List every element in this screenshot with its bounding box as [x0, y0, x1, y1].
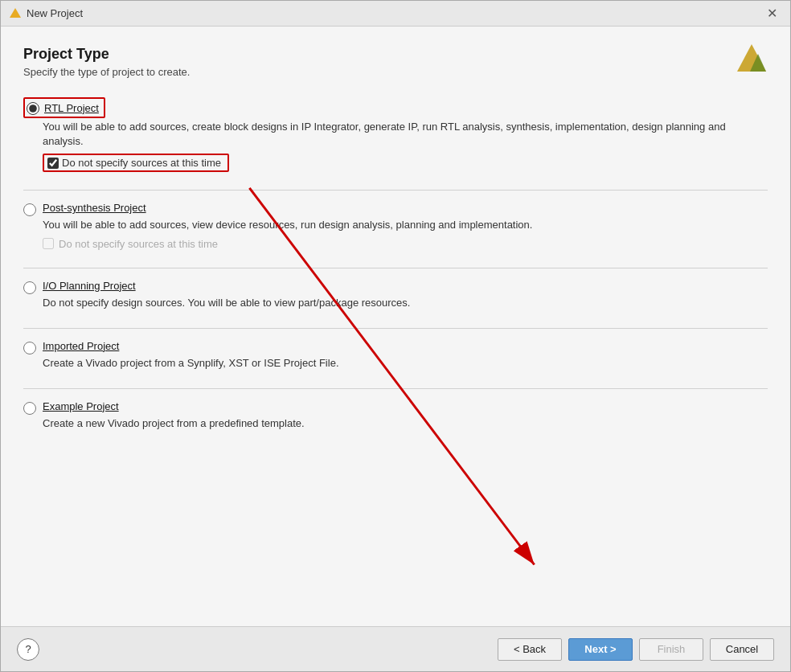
io-planning-description: Do not specify design sources. You will … — [43, 296, 768, 310]
example-label[interactable]: Example Project — [43, 400, 119, 412]
divider-2 — [23, 268, 768, 268]
new-project-window: New Project ✕ Project Type Specify the t… — [0, 0, 791, 672]
footer: ? < Back Next > Finish Cancel — [1, 626, 790, 671]
do-not-specify-outlined: Do not specify sources at this time — [43, 154, 229, 172]
option-imported: Imported Project Create a Vivado project… — [23, 340, 768, 371]
io-planning-radio[interactable] — [23, 281, 36, 294]
app-icon — [9, 7, 22, 20]
back-button[interactable]: < Back — [498, 638, 562, 661]
finish-button[interactable]: Finish — [639, 638, 703, 661]
option-io-planning: I/O Planning Project Do not specify desi… — [23, 280, 768, 310]
imported-description: Create a Vivado project from a Synplify,… — [43, 356, 768, 371]
svg-marker-0 — [10, 8, 21, 18]
rtl-label[interactable]: RTL Project — [44, 102, 99, 114]
next-button[interactable]: Next > — [568, 638, 633, 661]
rtl-no-sources-label[interactable]: Do not specify sources at this time — [62, 157, 221, 169]
post-synthesis-description: You will be able to add sources, view de… — [43, 218, 768, 232]
post-synthesis-label[interactable]: Post-synthesis Project — [43, 202, 146, 214]
divider-3 — [23, 328, 768, 329]
divider-4 — [23, 388, 768, 389]
example-option-row: Example Project — [23, 400, 768, 415]
imported-option-row: Imported Project — [23, 340, 768, 354]
example-description: Create a new Vivado project from a prede… — [43, 416, 768, 431]
rtl-radio[interactable] — [27, 102, 39, 115]
rtl-sub-option: Do not specify sources at this time — [43, 154, 768, 172]
rtl-option-row: RTL Project — [23, 97, 768, 118]
post-synthesis-no-sources-label: Do not specify sources at this time — [59, 238, 218, 250]
post-synthesis-option-row: Post-synthesis Project — [23, 202, 768, 216]
cancel-button[interactable]: Cancel — [710, 638, 774, 661]
project-type-options: RTL Project You will be able to add sour… — [23, 97, 768, 613]
rtl-description: You will be able to add sources, create … — [43, 120, 768, 149]
rtl-no-sources-checkbox[interactable] — [47, 158, 59, 169]
post-synthesis-sub-option: Do not specify sources at this time — [43, 238, 768, 250]
vivado-logo — [736, 43, 768, 78]
option-post-synthesis: Post-synthesis Project You will be able … — [23, 202, 768, 249]
close-button[interactable]: ✕ — [762, 6, 782, 22]
page-subtitle: Specify the type of project to create. — [23, 66, 768, 78]
option-rtl: RTL Project You will be able to add sour… — [23, 97, 768, 172]
main-content: Project Type Specify the type of project… — [1, 27, 790, 626]
rtl-radio-outlined: RTL Project — [23, 97, 105, 118]
footer-buttons: < Back Next > Finish Cancel — [498, 638, 774, 661]
post-synthesis-radio[interactable] — [23, 203, 36, 216]
page-title: Project Type — [23, 46, 768, 63]
option-example: Example Project Create a new Vivado proj… — [23, 400, 768, 431]
window-title: New Project — [27, 7, 762, 19]
io-planning-label[interactable]: I/O Planning Project — [43, 280, 136, 292]
io-planning-option-row: I/O Planning Project — [23, 280, 768, 294]
imported-radio[interactable] — [23, 342, 36, 354]
imported-label[interactable]: Imported Project — [43, 340, 119, 352]
help-button[interactable]: ? — [17, 638, 39, 661]
post-synthesis-no-sources-checkbox[interactable] — [43, 238, 54, 249]
divider-1 — [23, 190, 768, 191]
example-radio[interactable] — [23, 402, 36, 415]
title-bar: New Project ✕ — [1, 1, 790, 27]
